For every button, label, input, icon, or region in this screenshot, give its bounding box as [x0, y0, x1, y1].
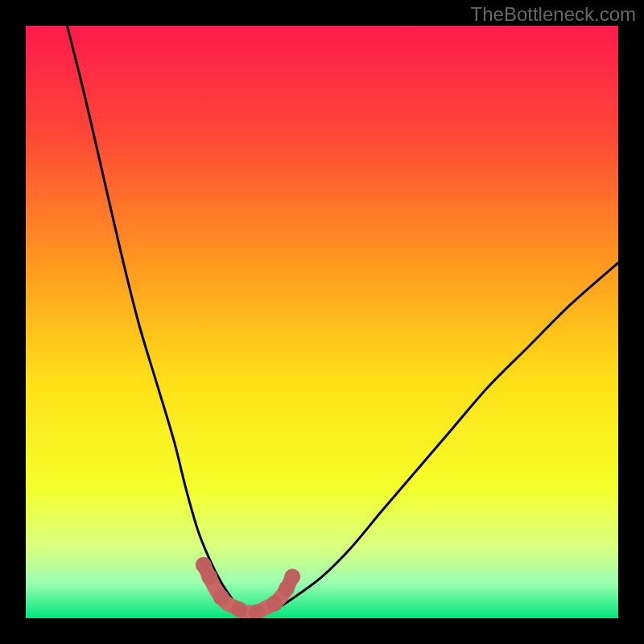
svg-point-6	[266, 596, 283, 612]
svg-point-8	[284, 568, 300, 584]
curve-left-arm	[68, 26, 246, 613]
svg-point-4	[231, 601, 247, 617]
plot-area	[26, 26, 618, 618]
watermark-text: TheBottleneck.com	[471, 3, 636, 26]
svg-point-3	[213, 589, 229, 605]
svg-point-2	[201, 568, 217, 584]
curve-layer	[26, 26, 618, 618]
chart-frame: TheBottleneck.com	[0, 0, 644, 644]
curve-right-arm	[269, 262, 618, 612]
